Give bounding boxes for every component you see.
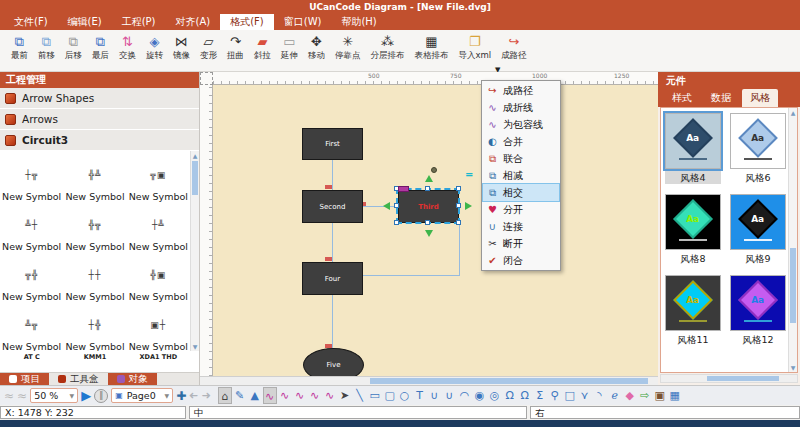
scrollbar-thumb[interactable] — [192, 161, 198, 195]
connector[interactable] — [332, 223, 333, 262]
tool-shape-3[interactable]: Σ — [533, 387, 547, 404]
drawing-page[interactable]: First Second Third Four Five = — [213, 85, 658, 376]
play-button[interactable]: ▶ — [81, 387, 91, 405]
theme-vertical-scrollbar[interactable]: ▲ ▼ — [788, 108, 797, 372]
scroll-up-icon[interactable]: ▲ — [191, 152, 199, 159]
tool-circle-dot[interactable]: ◉ — [473, 387, 487, 404]
symbol-item[interactable]: ╦▣New Symbol — [127, 154, 190, 204]
menu-item-merge[interactable]: ◐合并 — [483, 133, 559, 150]
menu-item-make-polyline[interactable]: ∿成折线 — [483, 99, 559, 116]
tool-circle-ring[interactable]: ◎ — [488, 387, 502, 404]
exchange-button[interactable]: ⇅交换 — [116, 33, 139, 62]
tool-connector-3[interactable]: ∿ — [293, 387, 307, 404]
flow-node-first[interactable]: First — [302, 128, 363, 160]
selection-handle[interactable] — [456, 186, 461, 191]
connector[interactable] — [332, 160, 333, 190]
style-card[interactable]: Aa 风格4 — [665, 113, 721, 184]
selection-handle[interactable] — [394, 203, 399, 208]
connector[interactable] — [363, 206, 396, 207]
rotation-handle[interactable] — [431, 167, 437, 173]
distort-button[interactable]: ↷扭曲 — [224, 33, 247, 62]
dock-point-button[interactable]: ✳停靠点 — [332, 33, 364, 62]
selection-handle[interactable] — [425, 220, 430, 225]
symbol-item[interactable]: ╬╦New Symbol — [63, 204, 126, 254]
table-layout-button[interactable]: ▦表格排布 — [412, 33, 452, 62]
scrollbar-thumb[interactable] — [790, 248, 796, 323]
move-button[interactable]: ✥移动 — [305, 33, 328, 62]
tool-image[interactable]: ▣ — [653, 387, 667, 404]
style-card[interactable]: Aa 风格9 — [730, 194, 786, 265]
tab-toolbox[interactable]: 工具盒 — [49, 373, 108, 385]
tab-data[interactable]: 数据 — [703, 89, 739, 107]
scroll-down-icon[interactable]: ▼ — [191, 343, 199, 350]
menu-item-union[interactable]: ⧉联合 — [483, 150, 559, 167]
grow-down-arrow-icon[interactable] — [425, 230, 433, 237]
menu-item-break[interactable]: ✂断开 — [483, 235, 559, 252]
tool-connector-2[interactable]: ∿ — [278, 387, 292, 404]
menu-item-containing-line[interactable]: ∿为包容线 — [483, 116, 559, 133]
scroll-down-icon[interactable]: ▼ — [789, 364, 797, 371]
tool-line[interactable]: ╲ — [353, 387, 367, 404]
menu-item-subtract[interactable]: ⧉相减 — [483, 167, 559, 184]
symbol-item[interactable]: ╩╦New Symbol — [0, 304, 63, 351]
symbol-item[interactable]: ╬▣New Symbol — [127, 254, 190, 304]
grow-left-arrow-icon[interactable] — [383, 202, 390, 210]
tool-pin[interactable]: ⚲ — [548, 387, 562, 404]
canvas-horizontal-scrollbar[interactable] — [200, 376, 658, 385]
selection-handle[interactable] — [456, 220, 461, 225]
symbol-item[interactable]: ╦╬New Symbol — [0, 254, 63, 304]
symbol-item[interactable]: AT C — [0, 351, 63, 372]
shape-group-circuit3[interactable]: Circuit3 — [0, 130, 199, 151]
tool-shape-2[interactable]: Ω — [518, 387, 532, 404]
tool-pen[interactable]: ✎ — [233, 387, 247, 404]
menu-align[interactable]: 对齐(A) — [166, 14, 221, 30]
tool-rectangle[interactable]: ▭ — [368, 387, 382, 404]
symbol-item[interactable]: ┼╩New Symbol — [127, 204, 190, 254]
tool-curve-2[interactable]: ∪ — [443, 387, 457, 404]
tool-rounded-rectangle[interactable]: ▢ — [383, 387, 397, 404]
mirror-button[interactable]: ⋈镜像 — [170, 33, 193, 62]
tab-style[interactable]: 样式 — [664, 89, 700, 107]
selection-handle[interactable] — [425, 186, 430, 191]
tool-pointer[interactable]: ➤ — [338, 387, 352, 404]
scrollbar-thumb[interactable] — [707, 376, 779, 381]
shape-group-arrows[interactable]: Arrows — [0, 109, 199, 130]
style-card[interactable]: Aa 风格11 — [665, 275, 721, 346]
pause-button[interactable]: ‖ — [94, 389, 108, 403]
skew-button[interactable]: ▰斜拉 — [251, 33, 274, 62]
flow-node-second[interactable]: Second — [302, 190, 363, 223]
theme-horizontal-scrollbar[interactable] — [660, 374, 798, 383]
make-path-button[interactable]: ↪成路径 — [498, 33, 530, 62]
prev-page-button[interactable]: ➜ — [189, 389, 198, 402]
menu-file[interactable]: 文件(F) — [4, 14, 58, 30]
menu-window[interactable]: 窗口(W) — [274, 14, 332, 30]
shape-tool-icon[interactable]: ≈ — [17, 387, 27, 405]
tab-theme[interactable]: 风格 — [742, 89, 778, 107]
zoom-select[interactable]: 50 %▼ — [30, 388, 78, 403]
style-card[interactable]: Aa 风格6 — [730, 113, 786, 184]
tool-arc[interactable]: ◠ — [458, 387, 472, 404]
symbol-item[interactable]: KMM1 — [63, 351, 126, 372]
menu-help[interactable]: 帮助(H) — [331, 14, 386, 30]
tool-connector-1[interactable]: ∿ — [263, 387, 277, 404]
tool-table[interactable]: ▦ — [668, 387, 682, 404]
flow-node-four[interactable]: Four — [302, 262, 363, 295]
add-page-button[interactable]: ✚ — [176, 389, 186, 403]
style-card[interactable]: Aa 风格8 — [665, 194, 721, 265]
import-xml-button[interactable]: ❐导入xml — [456, 33, 495, 62]
scrollbar-thumb[interactable] — [370, 378, 648, 384]
symbol-item[interactable]: ╬╩New Symbol — [63, 154, 126, 204]
symbol-item[interactable]: ▣┼New Symbol — [127, 304, 190, 351]
tool-ellipse[interactable]: ○ — [398, 387, 412, 404]
grow-right-arrow-icon[interactable] — [465, 202, 472, 210]
shape-tool-icon[interactable]: ≈ — [4, 387, 14, 405]
tool-text[interactable]: T — [413, 387, 427, 404]
shape-group-arrow-shapes[interactable]: Arrow Shapes — [0, 88, 199, 109]
symbol-item[interactable]: ╩┼New Symbol — [0, 204, 63, 254]
connector[interactable] — [363, 275, 460, 276]
tool-connector-4[interactable]: ∿ — [308, 387, 322, 404]
tool-polygon-select[interactable]: ⌂ — [218, 387, 232, 404]
menu-item-make-path[interactable]: ↪成路径 — [483, 82, 559, 99]
bring-to-front-button[interactable]: ⧉最前 — [8, 33, 31, 62]
menu-item-split[interactable]: ♥分开 — [483, 201, 559, 218]
